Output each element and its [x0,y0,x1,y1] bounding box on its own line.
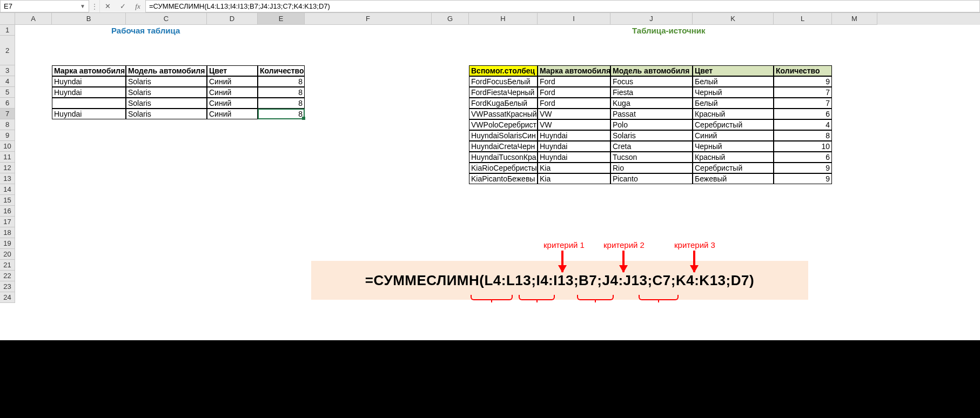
cell[interactable] [52,152,126,163]
cell[interactable] [432,152,469,163]
st-cell[interactable]: Черный [693,87,774,98]
cell[interactable] [126,260,207,271]
name-box[interactable]: E7 ▼ [0,0,89,12]
st-cell[interactable]: 7 [774,87,832,98]
cell[interactable] [126,195,207,206]
cell[interactable] [15,36,52,65]
st-header[interactable]: Цвет [693,65,774,76]
cell[interactable] [469,217,538,227]
cell[interactable] [258,206,305,217]
wt-cell[interactable]: Huyndai [52,109,126,119]
cell[interactable] [693,25,774,36]
st-cell[interactable]: 8 [774,130,832,141]
row-header-13[interactable]: 13 [0,173,15,184]
cell[interactable] [832,206,877,217]
cell[interactable] [432,173,469,184]
cell[interactable] [832,281,877,292]
cell[interactable] [693,195,774,206]
cell[interactable] [15,281,52,292]
chevron-down-icon[interactable]: ▼ [80,3,85,9]
cell[interactable] [305,76,432,87]
row-header-7[interactable]: 7 [0,109,15,119]
column-header-E[interactable]: E [258,13,305,25]
cell[interactable] [832,98,877,109]
cell[interactable] [15,271,52,281]
cell[interactable] [832,184,877,195]
cell[interactable] [15,184,52,195]
wt-cell[interactable]: Solaris [126,76,207,87]
row-header-1[interactable]: 1 [0,25,15,36]
cell[interactable] [432,195,469,206]
st-cell[interactable]: 10 [774,141,832,152]
row-header-5[interactable]: 5 [0,87,15,98]
cell[interactable] [832,76,877,87]
st-cell[interactable]: 6 [774,152,832,163]
cell[interactable] [207,130,258,141]
cell[interactable] [52,163,126,173]
cell[interactable] [207,206,258,217]
cell[interactable] [15,238,52,249]
cell[interactable] [52,184,126,195]
cell[interactable] [432,141,469,152]
cell[interactable] [258,238,305,249]
cell[interactable] [305,87,432,98]
column-header-I[interactable]: I [538,13,610,25]
cell[interactable] [432,238,469,249]
st-cell[interactable]: Красный [693,109,774,119]
st-cell[interactable]: VW [538,109,610,119]
cell[interactable] [15,141,52,152]
cell[interactable] [538,206,610,217]
cell[interactable] [126,173,207,184]
row-header-16[interactable]: 16 [0,206,15,217]
wt-header[interactable]: Количество [258,65,305,76]
cell[interactable] [52,238,126,249]
cell[interactable] [774,227,832,238]
cell[interactable] [432,76,469,87]
cell[interactable] [693,217,774,227]
cell[interactable] [258,227,305,238]
cell[interactable] [207,119,258,130]
cell[interactable] [305,217,432,227]
cell[interactable] [15,206,52,217]
wt-cell[interactable] [52,98,126,109]
cell[interactable] [832,25,877,36]
st-cell[interactable]: FordKugaБелый [469,98,538,109]
st-cell[interactable]: Tucson [610,152,693,163]
cell[interactable] [693,206,774,217]
cell[interactable] [469,227,538,238]
st-cell[interactable]: VW [538,119,610,130]
st-cell[interactable]: Синий [693,130,774,141]
cell[interactable] [305,119,432,130]
st-cell[interactable]: Белый [693,98,774,109]
cell[interactable] [774,206,832,217]
cell[interactable] [774,195,832,206]
cell[interactable] [305,238,432,249]
cell[interactable] [126,163,207,173]
row-header-11[interactable]: 11 [0,152,15,163]
cell[interactable] [15,65,52,76]
insert-function-button[interactable]: fx [130,0,145,12]
st-cell[interactable]: Creta [610,141,693,152]
cell[interactable] [610,36,693,65]
cell[interactable] [52,206,126,217]
wt-cell[interactable]: Синий [207,76,258,87]
cell[interactable] [469,195,538,206]
cell[interactable] [258,281,305,292]
cell[interactable] [538,195,610,206]
wt-cell[interactable]: Solaris [126,98,207,109]
cell[interactable] [15,227,52,238]
cell[interactable] [207,141,258,152]
cell[interactable] [432,87,469,98]
cell[interactable] [15,163,52,173]
cell[interactable] [207,281,258,292]
cell[interactable] [258,195,305,206]
cell[interactable] [469,184,538,195]
cell[interactable] [832,119,877,130]
row-header-10[interactable]: 10 [0,141,15,152]
cell[interactable] [832,195,877,206]
cell[interactable] [610,217,693,227]
cell[interactable] [305,173,432,184]
wt-cell[interactable]: Huyndai [52,87,126,98]
st-cell[interactable]: KiaRioСеребристы [469,163,538,173]
cell[interactable] [305,249,432,260]
